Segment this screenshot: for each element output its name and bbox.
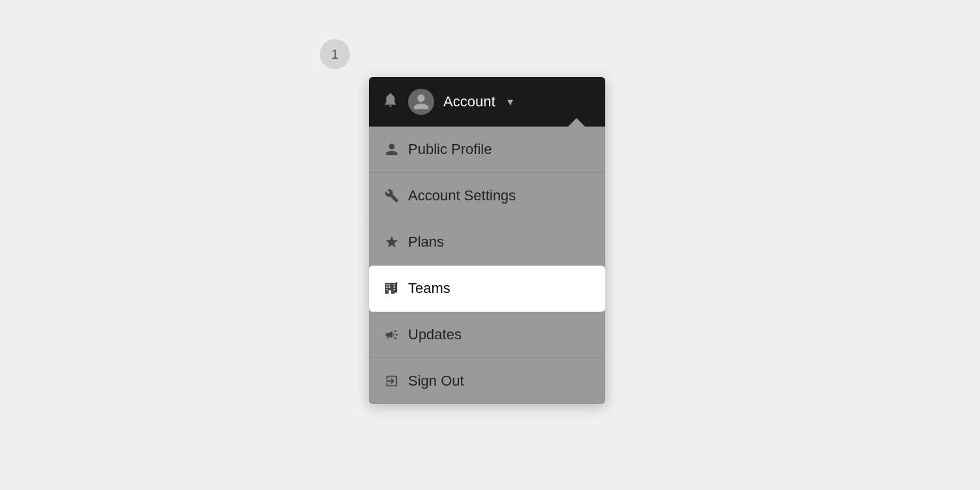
plans-label: Plans [408,234,444,251]
chevron-down-icon: ▾ [507,95,513,109]
sign-out-label: Sign Out [408,373,464,390]
menu-item-public-profile[interactable]: Public Profile [369,127,605,173]
updates-label: Updates [408,326,462,343]
step-badge: 1 [320,39,350,69]
megaphone-icon [385,328,399,342]
account-dropdown: Account ▾ Public Profile Account Setting… [369,77,605,404]
person-icon [385,142,399,157]
menu-item-updates[interactable]: Updates [369,312,605,358]
signout-icon [385,374,399,388]
account-settings-label: Account Settings [408,187,516,204]
account-label: Account [443,93,496,110]
caret-up-indicator [567,118,586,127]
dropdown-menu: Public Profile Account Settings Plans Te… [369,127,605,404]
star-icon [385,235,399,249]
avatar [408,89,434,115]
teams-icon [385,281,399,296]
public-profile-label: Public Profile [408,141,492,158]
menu-item-plans[interactable]: Plans [369,219,605,266]
bell-icon[interactable] [382,91,399,112]
teams-label: Teams [408,280,450,297]
step-number: 1 [331,47,338,62]
menu-item-account-settings[interactable]: Account Settings [369,173,605,219]
menu-item-sign-out[interactable]: Sign Out [369,358,605,404]
menu-item-teams[interactable]: Teams [369,266,605,312]
wrench-icon [385,189,399,203]
dropdown-header[interactable]: Account ▾ [369,77,605,127]
